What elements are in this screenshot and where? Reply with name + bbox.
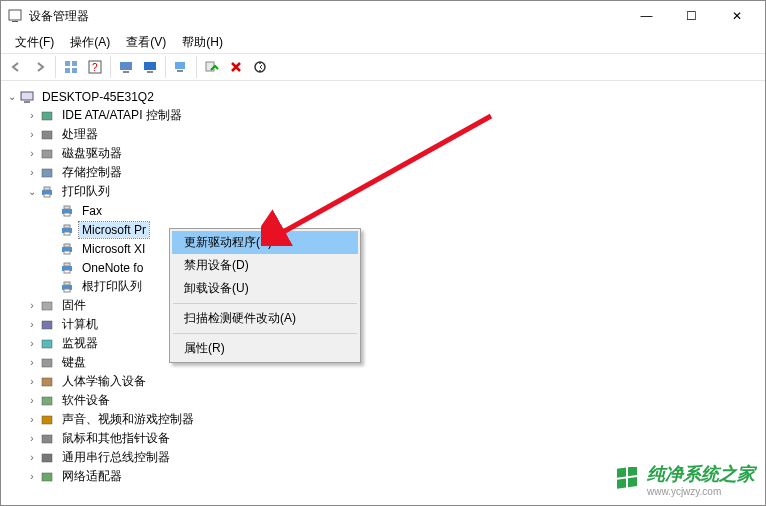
- svg-rect-35: [64, 263, 70, 266]
- watermark-text: 纯净系统之家: [647, 462, 755, 486]
- tree-device[interactable]: OneNote fo: [3, 258, 763, 277]
- tree-category[interactable]: ›人体学输入设备: [3, 372, 763, 391]
- svg-rect-11: [147, 71, 153, 73]
- tree-category[interactable]: ›声音、视频和游戏控制器: [3, 410, 763, 429]
- nav-back-icon[interactable]: [5, 56, 27, 78]
- svg-rect-23: [44, 187, 50, 190]
- menu-action[interactable]: 操作(A): [62, 32, 118, 53]
- mouse-icon: [39, 431, 55, 447]
- svg-rect-12: [175, 62, 185, 69]
- chevron-icon[interactable]: ›: [25, 110, 39, 121]
- chevron-down-icon[interactable]: ⌄: [5, 91, 19, 102]
- tree-device-label: Microsoft XI: [79, 241, 148, 257]
- svg-rect-51: [617, 467, 626, 477]
- tree-category[interactable]: ›计算机: [3, 315, 763, 334]
- uninstall-icon[interactable]: [225, 56, 247, 78]
- software-icon: [39, 393, 55, 409]
- chevron-icon[interactable]: ›: [25, 129, 39, 140]
- devices-view-icon[interactable]: [170, 56, 192, 78]
- tree-category[interactable]: ›软件设备: [3, 391, 763, 410]
- scan-blue-icon[interactable]: [139, 56, 161, 78]
- menu-file[interactable]: 文件(F): [7, 32, 62, 53]
- svg-rect-3: [72, 61, 77, 66]
- chevron-icon[interactable]: ›: [25, 300, 39, 311]
- scan-hardware-icon[interactable]: [249, 56, 271, 78]
- window-controls: — ☐ ✕: [624, 2, 759, 30]
- keyboard-icon: [39, 355, 55, 371]
- menu-view[interactable]: 查看(V): [118, 32, 174, 53]
- tree-category-label: 声音、视频和游戏控制器: [59, 410, 197, 429]
- chevron-icon[interactable]: ›: [25, 471, 39, 482]
- tree-category[interactable]: ›键盘: [3, 353, 763, 372]
- svg-rect-18: [42, 112, 52, 120]
- nav-fwd-icon[interactable]: [29, 56, 51, 78]
- tree-root[interactable]: ⌄ DESKTOP-45E31Q2: [3, 87, 763, 106]
- tree-category-label: 软件设备: [59, 391, 113, 410]
- svg-rect-42: [42, 340, 52, 348]
- tree-category-label: 固件: [59, 296, 89, 315]
- chevron-icon[interactable]: ›: [25, 395, 39, 406]
- scan-monitor-icon[interactable]: [115, 56, 137, 78]
- annotation-arrow: [261, 106, 501, 246]
- tree-category-label: 处理器: [59, 125, 101, 144]
- svg-rect-2: [65, 61, 70, 66]
- chevron-icon[interactable]: ⌄: [25, 186, 39, 197]
- storage-icon: [39, 165, 55, 181]
- context-separator: [173, 303, 357, 304]
- context-separator: [173, 333, 357, 334]
- chevron-icon[interactable]: ›: [25, 319, 39, 330]
- svg-rect-46: [42, 416, 52, 424]
- chevron-icon[interactable]: ›: [25, 338, 39, 349]
- svg-rect-19: [42, 131, 52, 139]
- context-scan-hardware[interactable]: 扫描检测硬件改动(A): [172, 307, 358, 330]
- close-button[interactable]: ✕: [714, 2, 759, 30]
- svg-rect-29: [64, 225, 70, 228]
- tree-category[interactable]: ›固件: [3, 296, 763, 315]
- svg-rect-41: [42, 321, 52, 329]
- chip-icon: [39, 108, 55, 124]
- printer-icon: [59, 241, 75, 257]
- chevron-icon[interactable]: ›: [25, 148, 39, 159]
- svg-rect-49: [42, 473, 52, 481]
- chevron-icon[interactable]: ›: [25, 357, 39, 368]
- tree-root-label: DESKTOP-45E31Q2: [39, 89, 157, 105]
- watermark: 纯净系统之家 www.ycjwzy.com: [615, 462, 755, 497]
- chevron-icon[interactable]: ›: [25, 414, 39, 425]
- tree-category[interactable]: ›监视器: [3, 334, 763, 353]
- svg-rect-16: [21, 92, 33, 100]
- svg-rect-43: [42, 359, 52, 367]
- help-pane-icon[interactable]: ?: [84, 56, 106, 78]
- tree-device[interactable]: 根打印队列: [3, 277, 763, 296]
- tree-category[interactable]: ›鼠标和其他指针设备: [3, 429, 763, 448]
- tree-category-label: 打印队列: [59, 182, 113, 201]
- svg-rect-38: [64, 282, 70, 285]
- svg-rect-54: [628, 476, 637, 486]
- svg-rect-4: [65, 68, 70, 73]
- tree-category-label: IDE ATA/ATAPI 控制器: [59, 106, 185, 125]
- tree-category-label: 计算机: [59, 315, 101, 334]
- context-disable-device[interactable]: 禁用设备(D): [172, 254, 358, 277]
- computer-icon: [39, 317, 55, 333]
- context-uninstall-device[interactable]: 卸载设备(U): [172, 277, 358, 300]
- chevron-icon[interactable]: ›: [25, 452, 39, 463]
- enable-device-icon[interactable]: [201, 56, 223, 78]
- properties-icon[interactable]: [60, 56, 82, 78]
- svg-rect-13: [177, 70, 183, 72]
- svg-text:?: ?: [92, 62, 98, 73]
- minimize-button[interactable]: —: [624, 2, 669, 30]
- svg-rect-17: [24, 101, 30, 103]
- printer-icon: [59, 260, 75, 276]
- computer-icon: [19, 89, 35, 105]
- chevron-icon[interactable]: ›: [25, 167, 39, 178]
- tree-category-label: 键盘: [59, 353, 89, 372]
- svg-rect-30: [64, 232, 70, 235]
- menu-help[interactable]: 帮助(H): [174, 32, 231, 53]
- maximize-button[interactable]: ☐: [669, 2, 714, 30]
- printer-icon: [59, 279, 75, 295]
- cpu-icon: [39, 127, 55, 143]
- svg-rect-40: [42, 302, 52, 310]
- chevron-icon[interactable]: ›: [25, 376, 39, 387]
- svg-rect-53: [617, 478, 626, 488]
- context-properties[interactable]: 属性(R): [172, 337, 358, 360]
- chevron-icon[interactable]: ›: [25, 433, 39, 444]
